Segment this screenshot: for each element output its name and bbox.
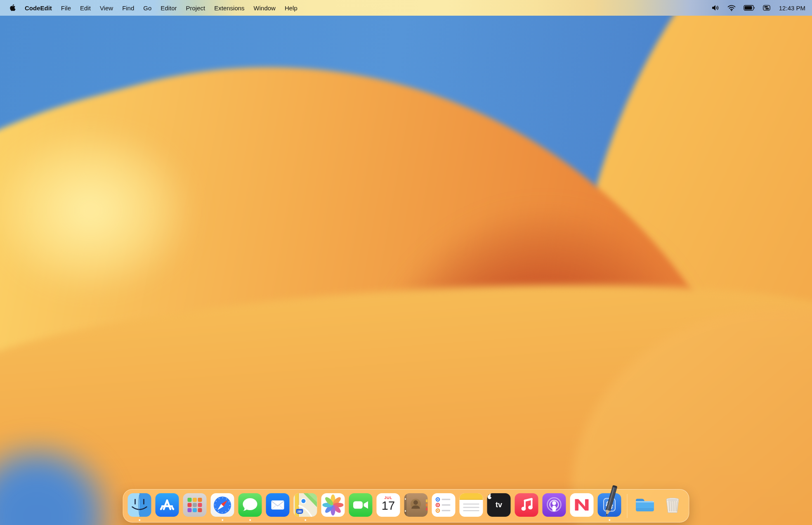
menu-item-editor[interactable]: Editor bbox=[156, 5, 181, 12]
desktop-wallpaper bbox=[0, 0, 812, 525]
dock-item-codeedit[interactable] bbox=[598, 493, 621, 517]
menu-item-go[interactable]: Go bbox=[139, 5, 156, 12]
messages-icon bbox=[238, 493, 262, 517]
dock-item-trash[interactable] bbox=[661, 493, 685, 517]
control-center-icon[interactable] bbox=[763, 5, 770, 11]
dock-item-notes[interactable] bbox=[460, 493, 483, 517]
menu-item-file[interactable]: File bbox=[57, 5, 76, 12]
dock-item-app-store[interactable] bbox=[156, 493, 179, 517]
podcasts-icon bbox=[543, 493, 566, 517]
dock-item-mail[interactable] bbox=[266, 493, 290, 517]
calendar-day: 17 bbox=[377, 499, 400, 513]
dock-item-launchpad[interactable] bbox=[183, 493, 207, 517]
battery-icon[interactable] bbox=[744, 5, 755, 11]
menu-bar-clock[interactable]: 12:43 PM bbox=[779, 5, 805, 12]
menu-item-extensions[interactable]: Extensions bbox=[210, 5, 249, 12]
dock-item-photos[interactable] bbox=[321, 493, 345, 517]
menu-items: CodeEditFileEditViewFindGoEditorProjectE… bbox=[20, 5, 302, 12]
desktop: CodeEditFileEditViewFindGoEditorProjectE… bbox=[0, 0, 812, 525]
menu-item-project[interactable]: Project bbox=[182, 5, 210, 12]
dock-item-reminders[interactable] bbox=[432, 493, 456, 517]
maps-highway-shield: 280 bbox=[296, 509, 303, 514]
photos-icon bbox=[321, 493, 345, 517]
contacts-icon bbox=[404, 493, 428, 517]
launchpad-icon bbox=[183, 493, 207, 517]
menu-item-window[interactable]: Window bbox=[249, 5, 280, 12]
reminders-icon bbox=[432, 493, 456, 517]
dock-item-maps[interactable]: 280 bbox=[294, 493, 317, 517]
running-indicator bbox=[139, 519, 141, 521]
running-indicator bbox=[249, 519, 251, 521]
downloads-folder-icon bbox=[633, 493, 657, 517]
app-store-icon bbox=[156, 493, 179, 517]
dock-item-folder[interactable] bbox=[633, 493, 657, 517]
running-indicator bbox=[222, 519, 224, 521]
running-indicator bbox=[609, 519, 611, 521]
apple-tv-label: tv bbox=[496, 501, 502, 509]
news-icon bbox=[570, 493, 594, 517]
wifi-icon[interactable] bbox=[727, 5, 736, 11]
notes-icon bbox=[460, 493, 483, 517]
dock-item-podcasts[interactable] bbox=[543, 493, 566, 517]
dock-item-contacts[interactable] bbox=[404, 493, 428, 517]
dock-separator bbox=[627, 494, 628, 518]
maps-icon: 280 bbox=[294, 493, 317, 517]
apple-menu-icon[interactable] bbox=[9, 4, 16, 11]
codeedit-icon bbox=[598, 493, 621, 517]
apple-logo-small bbox=[487, 493, 493, 499]
running-indicator bbox=[304, 519, 307, 521]
menu-item-view[interactable]: View bbox=[95, 5, 118, 12]
menu-item-find[interactable]: Find bbox=[118, 5, 139, 12]
apple-tv-icon: tv bbox=[487, 493, 511, 517]
menu-bar: CodeEditFileEditViewFindGoEditorProjectE… bbox=[0, 0, 812, 16]
music-icon bbox=[515, 493, 538, 517]
dock-item-news[interactable] bbox=[570, 493, 594, 517]
dock-item-facetime[interactable] bbox=[349, 493, 373, 517]
dock-item-messages[interactable] bbox=[238, 493, 262, 517]
facetime-icon bbox=[349, 493, 373, 517]
calendar-icon: JUL 17 bbox=[377, 493, 400, 517]
dock-item-finder[interactable] bbox=[128, 493, 151, 517]
menu-item-codeedit[interactable]: CodeEdit bbox=[20, 5, 57, 12]
dock-item-safari[interactable] bbox=[211, 493, 234, 517]
dock-item-calendar[interactable]: JUL 17 bbox=[377, 493, 400, 517]
menu-item-help[interactable]: Help bbox=[280, 5, 302, 12]
finder-icon bbox=[128, 493, 151, 517]
trash-icon bbox=[661, 493, 685, 517]
menu-item-edit[interactable]: Edit bbox=[76, 5, 95, 12]
mail-icon bbox=[266, 493, 290, 517]
safari-icon bbox=[211, 493, 234, 517]
volume-icon[interactable] bbox=[711, 5, 720, 11]
dock: 280 bbox=[123, 489, 689, 523]
dock-item-apple-tv[interactable]: tv bbox=[487, 493, 511, 517]
dock-item-music[interactable] bbox=[515, 493, 538, 517]
